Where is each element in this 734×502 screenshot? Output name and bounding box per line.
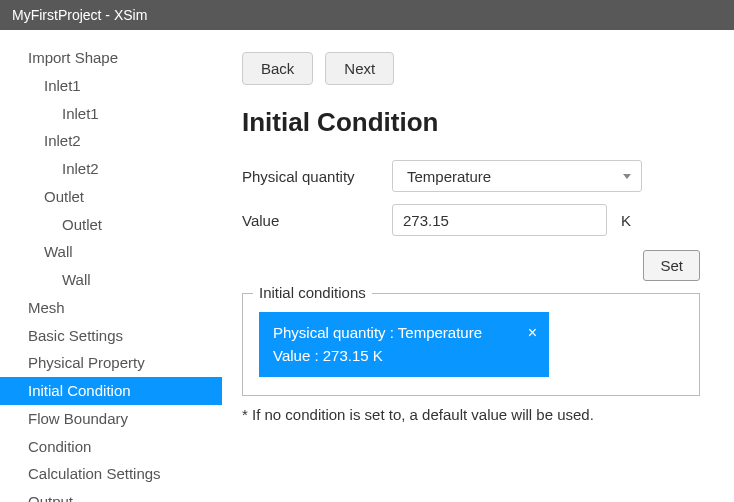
sidebar-item-outlet[interactable]: Outlet	[0, 211, 222, 239]
condition-card[interactable]: Physical quantity : Temperature Value : …	[259, 312, 549, 377]
physical-quantity-value: Temperature	[407, 168, 491, 185]
sidebar-item-basic-settings[interactable]: Basic Settings	[0, 322, 222, 350]
sidebar-item-output[interactable]: Output	[0, 488, 222, 502]
sidebar-item-outlet[interactable]: Outlet	[0, 183, 222, 211]
value-unit: K	[621, 212, 631, 229]
back-button[interactable]: Back	[242, 52, 313, 85]
sidebar-item-inlet2[interactable]: Inlet2	[0, 155, 222, 183]
sidebar-item-calculation-settings[interactable]: Calculation Settings	[0, 460, 222, 488]
set-button-wrap: Set	[242, 250, 700, 281]
window-title: MyFirstProject - XSim	[12, 7, 147, 23]
sidebar: Import ShapeInlet1Inlet1Inlet2Inlet2Outl…	[0, 30, 222, 502]
page-title: Initial Condition	[242, 107, 714, 138]
physical-quantity-select[interactable]: Temperature	[392, 160, 642, 192]
physical-quantity-label: Physical quantity	[242, 168, 392, 185]
sidebar-item-flow-boundary[interactable]: Flow Boundary	[0, 405, 222, 433]
sidebar-item-inlet1[interactable]: Inlet1	[0, 72, 222, 100]
condition-line-1: Physical quantity : Temperature	[273, 322, 535, 345]
sidebar-item-mesh[interactable]: Mesh	[0, 294, 222, 322]
value-row: Value K	[242, 204, 714, 236]
chevron-down-icon	[623, 174, 631, 179]
sidebar-item-condition[interactable]: Condition	[0, 433, 222, 461]
close-icon[interactable]: ×	[528, 321, 537, 345]
main-panel: Back Next Initial Condition Physical qua…	[222, 30, 734, 502]
sidebar-item-initial-condition[interactable]: Initial Condition	[0, 377, 222, 405]
titlebar: MyFirstProject - XSim	[0, 0, 734, 30]
initial-conditions-fieldset: Initial conditions Physical quantity : T…	[242, 293, 700, 396]
sidebar-item-wall[interactable]: Wall	[0, 238, 222, 266]
footnote: * If no condition is set to, a default v…	[242, 406, 714, 423]
value-label: Value	[242, 212, 392, 229]
condition-line-2: Value : 273.15 K	[273, 345, 535, 368]
sidebar-item-wall[interactable]: Wall	[0, 266, 222, 294]
initial-conditions-legend: Initial conditions	[253, 284, 372, 301]
value-input[interactable]	[392, 204, 607, 236]
next-button[interactable]: Next	[325, 52, 394, 85]
set-button[interactable]: Set	[643, 250, 700, 281]
sidebar-item-inlet2[interactable]: Inlet2	[0, 127, 222, 155]
sidebar-item-physical-property[interactable]: Physical Property	[0, 349, 222, 377]
sidebar-item-import-shape[interactable]: Import Shape	[0, 44, 222, 72]
sidebar-item-inlet1[interactable]: Inlet1	[0, 100, 222, 128]
physical-quantity-row: Physical quantity Temperature	[242, 160, 714, 192]
nav-buttons: Back Next	[242, 52, 714, 85]
